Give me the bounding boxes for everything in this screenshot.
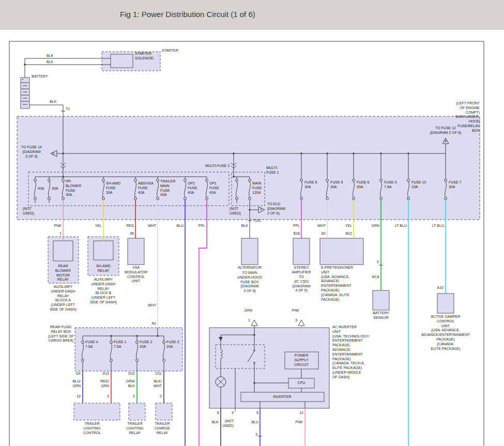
triangle-b-letter: B	[445, 140, 447, 143]
wire-color-label: PPL	[293, 224, 300, 228]
wire-color-label: BLU	[251, 420, 258, 425]
pin-label: 2	[160, 394, 162, 399]
fuse-label: OP1 FUSE 40A	[209, 181, 219, 195]
cpu-label: CPU	[298, 381, 306, 386]
multifuse1-label: MULTI- FUSE 1	[266, 166, 279, 175]
rear-fuse-box-label: REAR FUSE/ RELAY BOX (LEFT SIDE OF CARGO…	[48, 325, 73, 343]
aux-block-a-label: AUXILIARY UNDER-DASH RELAY BLOCK A (UNDE…	[50, 285, 77, 312]
to-eld-label: TO ELD (DIAGRAM 2 OF 6)	[267, 202, 285, 216]
triangle-3-number: 3	[295, 318, 297, 323]
inverter-relay-box	[216, 345, 265, 368]
to-fuse12-label: TO FUSE 12 (DIAGRAM 2 OF 6)	[430, 126, 462, 135]
fuse-label: TRAILER MAIN FUSE 40A	[160, 179, 176, 197]
wire-color-label: WHT	[317, 224, 326, 228]
trailer-lighting-control-label: TRAILER LIGHTING CONTROL	[83, 422, 101, 435]
pin-label: B12	[346, 232, 352, 236]
pin-label: 2	[133, 394, 135, 399]
wire-label-blk-1: BLK	[47, 54, 53, 58]
pin-label: A2	[321, 232, 326, 236]
fuse-label: FUSE 2 20A	[140, 340, 152, 349]
mf2-not-used-label: (NOT USED)	[23, 207, 34, 216]
battery-sensor-box	[373, 290, 389, 310]
nca-label: NCA	[372, 275, 379, 280]
inverter-label: INVERTER	[273, 395, 291, 399]
wire-label-blk-2: BLK	[47, 60, 53, 65]
wire-color-label: PNK	[54, 224, 62, 228]
active-damper-label: ACTIVE DAMPER CONTROL UNIT (USA: ADVANCE…	[421, 315, 470, 351]
aux-block-b-label: AUXILIARY UNDER-DASH RELAY BLOCK B (UNDE…	[90, 278, 117, 305]
not-used-label: (NOT USED)	[222, 419, 234, 428]
multifuse2-label: MULTI-FUSE 2	[205, 164, 230, 168]
pin-label: D11	[156, 372, 162, 376]
mf1-not-used-label: (NOT USED)	[230, 207, 241, 216]
e-pretensioner-box	[320, 238, 363, 265]
battery-sensor-label: BATTERY SENSOR	[373, 311, 389, 320]
fuse-label: 40A	[38, 187, 44, 191]
fuse-label: FUSE 4 7.5A	[85, 340, 98, 349]
fuse-label: FUSE 3 20A	[166, 340, 179, 349]
pin-label: 12	[299, 411, 303, 416]
triangle-1-number: 1	[248, 318, 250, 323]
fuse-label: FUSE 10 15A	[411, 180, 426, 190]
to-fuse14-label: TO FUSE 14 (DIAGRAM 3 OF 6)	[21, 145, 42, 159]
fuse-label: FUSE 5 30A	[330, 180, 343, 190]
vsa-modulator-box	[128, 238, 144, 265]
wire-color-label: PPL	[198, 224, 205, 228]
wire-color-label: WHT	[148, 303, 156, 308]
rear-blower-relay-label: REAR BLOWER MOTOR RELAY	[55, 264, 71, 282]
wire-color-label: GRN/ BLK	[126, 379, 135, 389]
wire-color-label: PNK	[292, 309, 299, 313]
trailer-charge-relay-label: TRAILER CHARGE RELAY	[155, 422, 170, 435]
rear-blower-relay-box	[53, 241, 73, 261]
stereo-amplifier-label: STEREO AMPLIFIER	[292, 266, 311, 275]
e-pretensioner-label: E-PRETENSIONER UNIT (USA: ADVANCE, ADVAN…	[321, 266, 353, 302]
wire-color-label: YEL	[95, 224, 102, 228]
triangle-a-letter: A	[260, 208, 262, 211]
pin-label: 3	[107, 394, 109, 399]
pin-label: B18	[294, 232, 300, 236]
fuse-label: FUSE 1 7.5A	[114, 340, 127, 349]
battery-plus-sign: +	[22, 78, 24, 81]
wire-ppl-op1	[199, 200, 207, 446]
wire-color-label: GRN	[244, 309, 252, 313]
alternator-to-label: TO MAIN UNDER-HOOD FUSE BOX (DIAGRAM 3 O…	[237, 271, 262, 294]
multifuse2-box	[28, 172, 229, 206]
pin-label: 45	[130, 232, 134, 236]
main-fuse-label: MAIN FUSE 120A	[252, 181, 262, 195]
fuse-label: SH-AWD FUSE 30A	[106, 181, 120, 195]
wiring-diagram-page: Fig 1: Power Distribution Circuit (1 of …	[0, 0, 504, 446]
pin-label: D4	[76, 372, 81, 376]
wire-color-label: RED/ GRN	[100, 379, 109, 389]
stereo-to-label: TO J/C C521 (DIAGRAM 4 OF 6)	[293, 275, 311, 293]
trailer-lighting-relay-box	[129, 403, 145, 420]
trailer-lighting-relay-label: TRAILER LIGHTING RELAY	[126, 422, 143, 435]
wire-color-label: BLK	[241, 224, 248, 228]
pin-label: 9	[232, 411, 234, 416]
pin-label: 6	[217, 411, 219, 416]
wire-color-label: LT BLU	[395, 224, 407, 228]
shawd-relay-box	[94, 241, 113, 260]
active-damper-box	[437, 294, 454, 313]
wire-color-label: PNK	[296, 420, 303, 425]
terminal-t101-label: T101	[253, 219, 261, 223]
starter-label: STARTER	[162, 49, 178, 53]
fuse-label: RR BLOWER FUSE 30A	[66, 179, 81, 197]
fuse-label: FUSE 9 7.5A	[384, 180, 397, 190]
pin-label: D12	[128, 372, 135, 376]
fuse-label: OP2 FUSE 40A	[188, 181, 197, 195]
pin-label: A10	[437, 286, 444, 290]
wire-label-blk-3: BLK	[50, 100, 56, 104]
starter-solenoid-inner-box	[111, 54, 133, 68]
vsa-modulator-label: VSA MODULATOR CONTROL UNIT	[125, 266, 147, 284]
fuse-label: 30A	[52, 187, 58, 191]
component-boxes	[17, 52, 480, 420]
pin-label: 2	[377, 260, 379, 265]
power-supply-circuit-label: POWER SUPPLY CIRCUIT	[294, 353, 309, 367]
wire-color-label: GRN	[371, 224, 379, 228]
alternator-label: ALTERNATOR	[238, 266, 262, 270]
wire-color-label: RED	[126, 224, 134, 228]
ac-inverter-unit-label: AC INVERTER UNIT (USA: TECHNOLOGY/ ENTER…	[332, 325, 369, 380]
rear-fuse-relay-box	[75, 328, 182, 371]
pin-label: 1	[59, 232, 62, 236]
wire-color-label: YEL	[345, 224, 352, 228]
